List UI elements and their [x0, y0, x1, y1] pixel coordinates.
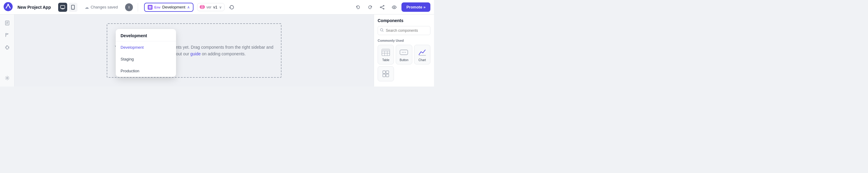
preview-button[interactable]: [390, 2, 399, 12]
version-selector[interactable]: ver v1 ∨: [197, 3, 224, 11]
undo-button[interactable]: [353, 2, 363, 12]
changes-saved-indicator: ☁ Changes saved: [85, 5, 118, 10]
dropdown-item-staging[interactable]: Staging: [116, 53, 176, 65]
ver-value: v1: [213, 5, 218, 9]
svg-line-29: [8, 48, 9, 48]
table-label: Table: [382, 58, 390, 62]
svg-line-34: [383, 31, 384, 32]
env-icon: [148, 5, 153, 10]
svg-point-20: [394, 7, 395, 8]
header: New Project App ☁ Changes saved I: [0, 0, 434, 15]
svg-line-19: [381, 7, 383, 8]
svg-point-1: [7, 4, 9, 5]
svg-rect-8: [150, 6, 152, 7]
components-grid: Table Button: [378, 45, 430, 65]
svg-line-27: [5, 48, 6, 48]
components-panel: Components Commonly Used: [374, 15, 434, 86]
svg-point-25: [6, 46, 8, 49]
app-title: New Project App: [18, 5, 51, 10]
cloud-icon: ☁: [85, 5, 89, 10]
svg-point-42: [402, 52, 403, 53]
promote-button[interactable]: Promote »: [401, 2, 430, 12]
svg-line-18: [381, 6, 383, 7]
refresh-button[interactable]: [227, 2, 237, 12]
chevron-up-icon: ∧: [187, 5, 190, 9]
extra-icon: [381, 69, 391, 79]
env-dropdown[interactable]: Env Development ∧: [144, 3, 193, 12]
redo-button[interactable]: [365, 2, 375, 12]
env-dropdown-menu: Development Development Staging Producti…: [116, 29, 176, 77]
svg-point-32: [6, 77, 8, 79]
env-value: Development: [162, 5, 185, 9]
canvas-area: You haven't added any components yet. Dr…: [14, 15, 374, 86]
main-layout: You haven't added any components yet. Dr…: [0, 15, 434, 86]
dropdown-header: Development: [116, 29, 176, 42]
button-icon: [399, 48, 409, 57]
component-item-chart[interactable]: Chart: [414, 45, 430, 65]
button-label: Button: [400, 58, 408, 62]
share-button[interactable]: [377, 2, 387, 12]
left-sidebar: [0, 15, 14, 86]
svg-point-6: [73, 8, 73, 9]
sidebar-item-flags[interactable]: [2, 30, 12, 40]
dropdown-item-development[interactable]: Development: [116, 42, 176, 53]
svg-rect-49: [386, 74, 389, 77]
svg-rect-46: [383, 71, 385, 74]
logo: [4, 2, 15, 13]
table-icon: [381, 48, 391, 57]
dropdown-item-production[interactable]: Production: [116, 65, 176, 77]
components-grid-row2: [378, 66, 430, 81]
chart-icon: [417, 48, 427, 57]
view-mode-group: [58, 3, 78, 12]
user-avatar: I: [125, 3, 133, 11]
search-input[interactable]: [378, 26, 430, 35]
guide-link[interactable]: guide: [190, 51, 201, 56]
commonly-used-label: Commonly Used: [378, 39, 430, 42]
svg-rect-2: [61, 5, 65, 8]
svg-rect-48: [383, 74, 385, 77]
svg-point-0: [4, 2, 13, 11]
svg-line-28: [8, 47, 9, 47]
svg-rect-7: [149, 6, 150, 7]
mobile-view-button[interactable]: [68, 3, 78, 12]
env-label: Env: [154, 5, 160, 9]
sidebar-item-bugs[interactable]: [2, 42, 12, 52]
ver-label: ver: [207, 5, 212, 9]
header-right-actions: Promote »: [353, 2, 430, 12]
sidebar-item-settings[interactable]: [2, 73, 12, 83]
svg-point-43: [404, 52, 404, 53]
component-item-extra[interactable]: [378, 66, 394, 81]
sidebar-item-pages[interactable]: [2, 18, 12, 28]
svg-rect-47: [386, 71, 389, 74]
search-wrapper: [378, 26, 430, 35]
svg-rect-10: [150, 7, 152, 8]
svg-rect-9: [149, 7, 150, 8]
component-item-button[interactable]: Button: [396, 45, 412, 65]
divider: [138, 3, 138, 11]
chart-label: Chart: [418, 58, 426, 62]
ver-chevron-icon: ∨: [219, 5, 222, 9]
desktop-view-button[interactable]: [58, 3, 67, 12]
svg-point-33: [380, 29, 383, 31]
component-item-table[interactable]: Table: [378, 45, 394, 65]
components-panel-title: Components: [378, 18, 430, 23]
svg-rect-40: [382, 49, 390, 51]
svg-line-26: [5, 47, 6, 47]
search-icon: [380, 28, 384, 33]
svg-point-44: [405, 52, 406, 53]
